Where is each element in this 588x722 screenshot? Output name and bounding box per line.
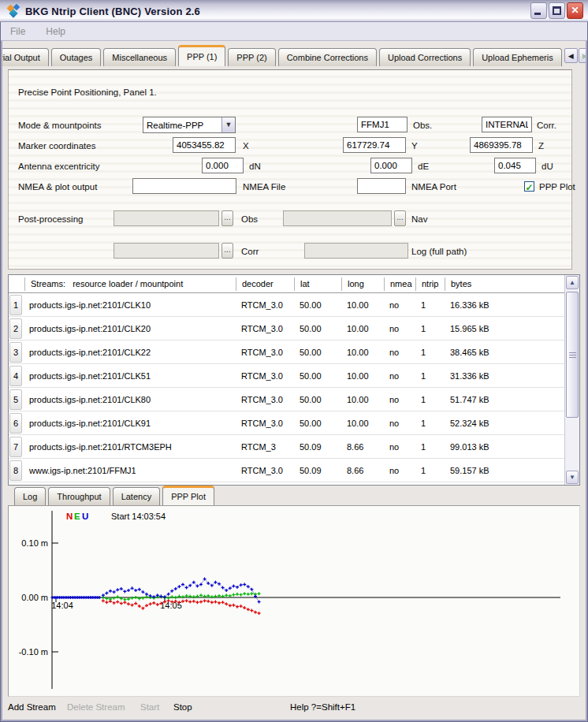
table-row[interactable]: 7 products.igs-ip.net:2101/RTCM3EPH RTCM… — [9, 435, 564, 459]
maximize-button[interactable] — [549, 2, 565, 19]
tab-ppp-1[interactable]: PPP (1) — [178, 45, 225, 66]
marker-x-label: X — [243, 138, 249, 154]
mode-dropdown-value: Realtime-PPP — [143, 121, 221, 130]
scrollbar-thumb[interactable] — [566, 292, 579, 418]
tab-combine-corrections[interactable]: Combine Corrections — [278, 48, 377, 66]
marker-x-field[interactable] — [173, 137, 236, 153]
bottom-tabbar: Log Throughput Latency PPP Plot — [8, 487, 580, 505]
table-row[interactable]: 8 www.igs-ip.net:2101/FFMJ1 RTCM_3.0 50.… — [9, 459, 564, 482]
antenna-label: Antenna excentricity — [18, 158, 100, 174]
maximize-icon — [553, 6, 561, 15]
corr-mountpoint-field[interactable] — [482, 117, 532, 132]
marker-z-label: Z — [538, 138, 544, 154]
tab-ppp-plot[interactable]: PPP Plot — [162, 486, 214, 505]
post-nav-field[interactable] — [283, 210, 392, 226]
tab-log[interactable]: Log — [14, 487, 46, 505]
thumb-grip-icon — [569, 352, 576, 358]
obs-mountpoint-field[interactable] — [357, 117, 408, 132]
mode-label: Mode & mountpoints — [18, 117, 101, 133]
svg-text:U: U — [82, 512, 88, 521]
marker-label: Marker coordinates — [18, 138, 95, 154]
mode-dropdown[interactable]: Realtime-PPP ▼ — [143, 117, 236, 133]
antenna-de-field[interactable] — [370, 158, 412, 173]
ppp-plot-checkbox[interactable]: ✓ — [524, 181, 534, 192]
marker-y-label: Y — [411, 138, 418, 154]
post-corr-browse-button[interactable]: ... — [221, 243, 233, 259]
header-decoder: decoder — [236, 277, 294, 291]
post-log-label: Log (full path) — [411, 244, 467, 259]
table-row[interactable]: 2 products.igs-ip.net:2101/CLK20 RTCM_3.… — [9, 317, 564, 341]
window-title: BKG Ntrip Client (BNC) Version 2.6 — [25, 6, 200, 17]
chevron-down-icon[interactable]: ▼ — [221, 117, 235, 132]
header-long: long — [341, 277, 384, 291]
menubar: File Help — [1, 22, 587, 41]
header-nmea: nmea — [384, 277, 415, 291]
nmea-port-field[interactable] — [357, 178, 406, 194]
post-obs-field[interactable] — [114, 210, 219, 226]
app-window: BKG Ntrip Client (BNC) Version 2.6 ✕ Fil… — [0, 0, 588, 722]
menu-help[interactable]: Help — [46, 26, 65, 37]
antenna-dn-label: dN — [249, 158, 261, 174]
arrow-down-icon: ▼ — [569, 474, 575, 481]
table-row[interactable]: 3 products.igs-ip.net:2101/CLK22 RTCM_3.… — [9, 341, 564, 364]
app-icon — [7, 4, 21, 18]
nmea-file-field[interactable] — [132, 178, 236, 194]
svg-text:0.10 m: 0.10 m — [21, 538, 48, 548]
post-obs-browse-button[interactable]: ... — [221, 210, 233, 226]
marker-z-field[interactable] — [470, 137, 533, 153]
ppp-plot-panel: 0.10 m0.00 m-0.10 m14:0414:05NEUStart 14… — [8, 505, 580, 697]
post-log-field[interactable] — [304, 243, 408, 259]
delete-stream-button[interactable]: Delete Stream — [67, 702, 125, 712]
svg-text:-0.10 m: -0.10 m — [19, 647, 48, 657]
post-nav-label: Nav — [411, 211, 427, 227]
svg-text:N: N — [66, 512, 73, 521]
post-processing-label: Post-processing — [18, 211, 83, 227]
post-corr-field[interactable] — [114, 243, 219, 259]
close-button[interactable]: ✕ — [567, 2, 583, 19]
tab-throughput[interactable]: Throughput — [48, 487, 110, 505]
tab-scroll-left-button[interactable]: ◀ — [564, 48, 578, 63]
antenna-du-field[interactable] — [494, 158, 536, 173]
scroll-up-button[interactable]: ▲ — [566, 276, 579, 289]
tab-outages[interactable]: Outages — [51, 48, 102, 66]
minimize-button[interactable] — [530, 2, 547, 19]
post-nav-browse-button[interactable]: ... — [394, 210, 406, 226]
header-lat: lat — [294, 277, 341, 291]
close-icon: ✕ — [571, 5, 579, 16]
post-obs-label: Obs — [241, 211, 258, 227]
nmea-port-label: NMEA Port — [411, 179, 456, 195]
table-row[interactable]: 4 products.igs-ip.net:2101/CLK51 RTCM_3.… — [9, 364, 564, 388]
tab-serial-output[interactable]: rial Output — [2, 48, 49, 66]
antenna-dn-field[interactable] — [202, 158, 244, 173]
titlebar: BKG Ntrip Client (BNC) Version 2.6 ✕ — [0, 0, 588, 22]
corr-label: Corr. — [537, 117, 556, 133]
tab-ppp-2[interactable]: PPP (2) — [228, 48, 275, 66]
add-stream-button[interactable]: Add Stream — [8, 702, 56, 712]
help-button[interactable]: Help ?=Shift+F1 — [290, 702, 355, 712]
stop-button[interactable]: Stop — [173, 702, 192, 712]
table-row[interactable]: 5 products.igs-ip.net:2101/CLK80 RTCM_3.… — [9, 388, 564, 411]
chevron-right-icon: ▶ — [582, 52, 586, 60]
svg-text:0.00 m: 0.00 m — [21, 593, 48, 602]
header-bytes: bytes — [445, 277, 564, 291]
tab-upload-ephemeris[interactable]: Upload Ephemeris — [473, 48, 562, 66]
table-row[interactable]: 6 products.igs-ip.net:2101/CLK91 RTCM_3.… — [9, 411, 564, 435]
tab-miscellaneous[interactable]: Miscellaneous — [103, 48, 176, 66]
scroll-down-button[interactable]: ▼ — [566, 471, 579, 484]
streams-table-header: Streams: resource loader / mountpoint de… — [9, 275, 564, 293]
menu-file[interactable]: File — [10, 26, 25, 37]
nmea-label: NMEA & plot output — [18, 179, 97, 195]
header-corner — [9, 277, 24, 291]
streams-table: Streams: resource loader / mountpoint de… — [8, 274, 580, 486]
arrow-up-icon: ▲ — [569, 279, 575, 286]
table-scrollbar[interactable]: ▲ ▼ — [564, 275, 579, 485]
tab-upload-corrections[interactable]: Upload Corrections — [379, 48, 471, 66]
tab-scroll-right-button[interactable]: ▶ — [579, 48, 586, 63]
marker-y-field[interactable] — [343, 137, 406, 153]
tab-latency[interactable]: Latency — [113, 487, 161, 505]
antenna-de-label: dE — [418, 158, 429, 174]
table-row[interactable]: 1 products.igs-ip.net:2101/CLK10 RTCM_3.… — [9, 293, 564, 317]
start-button[interactable]: Start — [140, 702, 159, 712]
svg-text:E: E — [74, 512, 80, 521]
header-ntrip: ntrip — [415, 277, 445, 291]
